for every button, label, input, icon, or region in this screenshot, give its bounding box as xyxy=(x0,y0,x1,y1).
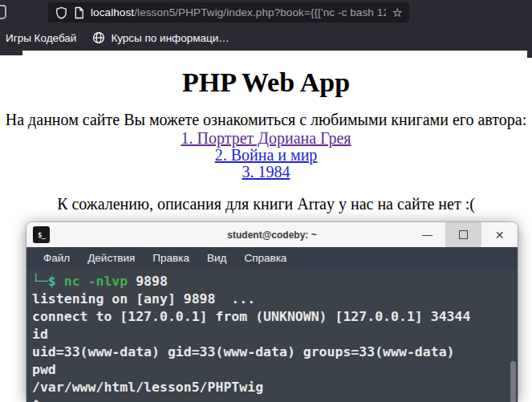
bookmark-star-icon[interactable]: ☆ xyxy=(392,6,403,18)
terminal-app-icon: $_ xyxy=(33,226,50,243)
intro-text: На данном сайте Вы можете ознакомиться с… xyxy=(0,111,532,129)
screen: localhost/lesson5/PHPTwig/index.php?book… xyxy=(0,0,532,402)
menu-item-actions[interactable]: Действия xyxy=(79,252,144,264)
url-bar[interactable]: localhost/lesson5/PHPTwig/index.php?book… xyxy=(48,2,409,22)
maximize-button[interactable] xyxy=(445,222,481,247)
close-button[interactable]: ✕ xyxy=(481,222,518,247)
menu-item-edit[interactable]: Правка xyxy=(144,252,198,264)
page-info-icon[interactable] xyxy=(74,6,84,19)
bookmark-item-games[interactable]: Игры Кодебай xyxy=(6,32,76,44)
browser-toolbar: localhost/lesson5/PHPTwig/index.php?book… xyxy=(0,0,532,51)
terminal-titlebar[interactable]: $_ student@codeby: ~ — ✕ xyxy=(26,222,518,247)
command-text: nc -nlvp xyxy=(64,274,136,289)
terminal-window: $_ student@codeby: ~ — ✕ Файл Действия П… xyxy=(26,222,518,402)
error-text: К сожалению, описания для книги Array у … xyxy=(0,195,532,213)
book-link-2[interactable]: 2. Война и мир xyxy=(0,147,532,164)
page-title: PHP Web App xyxy=(0,67,532,98)
minimize-button[interactable]: — xyxy=(409,222,445,247)
terminal-output-line: pwd xyxy=(32,361,518,379)
menu-item-file[interactable]: Файл xyxy=(35,252,79,264)
bookmark-item-courses[interactable]: Курсы по информаци… xyxy=(92,31,229,44)
bookmarks-bar: Игры Кодебай Курсы по информаци… xyxy=(6,26,229,49)
terminal-output-line: /var/www/html/lesson5/PHPTwig xyxy=(32,379,518,396)
menu-item-help[interactable]: Справка xyxy=(235,252,295,264)
maximize-icon xyxy=(459,230,468,239)
command-arg: 9898 xyxy=(136,274,168,289)
terminal-body[interactable]: └─$ nc -nlvp 9898 listening on [any] 989… xyxy=(26,269,518,402)
book-link-1[interactable]: 1. Портрет Дориана Грея xyxy=(0,130,532,147)
terminal-output-line: uid=33(www-data) gid=33(www-data) groups… xyxy=(32,343,518,361)
terminal-output-line: listening on [any] 9898 ... xyxy=(32,290,518,308)
chrome-notch-right xyxy=(527,51,532,58)
bookmark-label: Игры Кодебай xyxy=(6,32,76,44)
prompt-symbol: └─$ xyxy=(32,274,64,289)
terminal-output-line: id xyxy=(32,326,518,343)
terminal-output-line: ^c xyxy=(32,396,518,402)
bookmark-label: Курсы по информаци… xyxy=(111,32,229,44)
book-link-3[interactable]: 3. 1984 xyxy=(0,164,532,181)
book-list: 1. Портрет Дориана Грея 2. Война и мир 3… xyxy=(0,130,532,181)
window-controls: — ✕ xyxy=(409,222,518,247)
chrome-notch-left xyxy=(0,51,22,55)
terminal-menubar: Файл Действия Правка Вид Справка xyxy=(26,247,518,269)
terminal-scrollbar[interactable] xyxy=(510,361,516,402)
menu-item-view[interactable]: Вид xyxy=(198,252,235,264)
terminal-prompt-line: └─$ nc -nlvp 9898 xyxy=(32,273,518,290)
url-text[interactable]: localhost/lesson5/PHPTwig/index.php?book… xyxy=(91,6,386,18)
home-icon[interactable] xyxy=(0,5,6,19)
shield-icon[interactable] xyxy=(55,6,67,19)
url-host: localhost xyxy=(91,6,134,18)
terminal-output-line: connect to [127.0.0.1] from (UNKNOWN) [1… xyxy=(32,308,518,326)
globe-icon xyxy=(92,31,105,44)
url-path: /lesson5/PHPTwig/index.php?book={{['nc -… xyxy=(134,6,385,18)
